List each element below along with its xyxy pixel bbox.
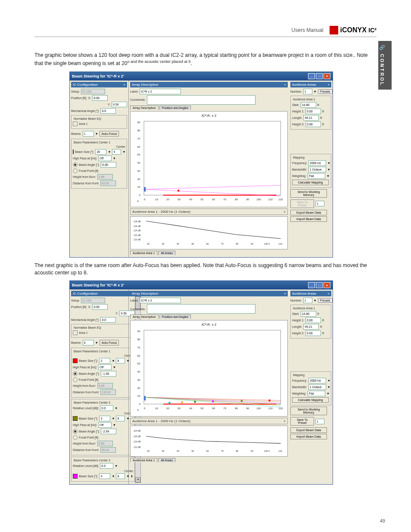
tab-position-angles[interactable]: Position and Angles (159, 314, 191, 319)
focalpoint-radio[interactable] (73, 168, 78, 173)
titlebar[interactable]: Beam Steering for 'IC²-R x 2' _ □ × (70, 72, 333, 81)
height2-input[interactable] (305, 121, 321, 127)
pane-close-icon[interactable]: × (123, 83, 125, 87)
close-icon[interactable]: × (324, 73, 330, 79)
window-title: Beam Steering for 'IC²-R x 2' (72, 283, 124, 287)
pos-x-input[interactable] (92, 95, 108, 101)
comments-textarea[interactable] (147, 304, 255, 314)
beamangle-input[interactable] (101, 371, 116, 376)
beamsize3-input[interactable] (99, 473, 110, 479)
pane-close-icon[interactable]: × (327, 292, 330, 296)
label-input[interactable] (140, 298, 181, 303)
setup-select[interactable] (81, 298, 105, 303)
height2-input[interactable] (305, 330, 321, 336)
pane-close-icon[interactable]: × (284, 83, 286, 87)
minimize-icon[interactable]: _ (308, 73, 315, 79)
import-beam-button[interactable]: Import Beam Data (290, 216, 327, 222)
start-input[interactable] (301, 311, 316, 317)
pos-y-input[interactable] (112, 102, 127, 107)
beamangle2-input[interactable] (101, 429, 116, 434)
presets-button[interactable]: Presets (318, 298, 333, 303)
preset-num-input[interactable] (315, 419, 324, 424)
start-input[interactable] (301, 102, 316, 108)
highpass-select[interactable] (98, 364, 112, 370)
rel-level-input[interactable] (100, 405, 113, 411)
beams-input[interactable] (83, 340, 94, 345)
number-input[interactable] (303, 89, 312, 94)
focalpoint2-radio[interactable] (73, 435, 78, 440)
area1-checkbox[interactable] (73, 121, 78, 126)
beams-input[interactable] (83, 131, 94, 137)
svg-text:70: 70 (137, 137, 140, 140)
export-beam-button[interactable]: Export Beam Data (290, 427, 327, 433)
mech-angle-input[interactable] (100, 108, 116, 114)
height1-input[interactable] (305, 317, 321, 323)
setup-select[interactable] (81, 89, 105, 94)
bandwidth-select[interactable] (308, 167, 326, 172)
titlebar[interactable]: Beam Steering for 'IC²-R x 2' _ □ × (70, 281, 333, 289)
length-input[interactable] (303, 115, 319, 121)
beam-color-swatch[interactable] (73, 358, 78, 363)
send-working-memory-button[interactable]: Send to Working Memory (290, 407, 327, 415)
length-input[interactable] (303, 324, 319, 330)
send-working-memory-button[interactable]: Send to Working Memory (290, 189, 327, 198)
rel-level3-input[interactable] (100, 463, 113, 469)
beamangle-input[interactable] (101, 162, 116, 168)
tab-array-description[interactable]: Array Description (130, 314, 159, 319)
tab-all-areas[interactable]: All Areas (158, 458, 175, 462)
calculate-mapping-button[interactable]: Calculate Mapping (292, 180, 329, 185)
export-beam-button[interactable]: Export Beam Data (290, 210, 327, 215)
autofocus-button[interactable]: Auto-Focus (100, 340, 119, 345)
minimize-icon[interactable]: _ (308, 282, 315, 288)
mech-angle-input[interactable] (100, 317, 116, 323)
center2-input[interactable] (116, 416, 125, 421)
tab-position-angles[interactable]: Position and Angles (159, 106, 191, 110)
autofocus-button[interactable]: Auto-Focus (100, 131, 119, 137)
close-icon[interactable]: × (324, 282, 330, 288)
beam-color-swatch[interactable] (73, 149, 74, 154)
tab-all-areas[interactable]: All Areas (158, 251, 175, 255)
maximize-icon[interactable]: □ (316, 73, 323, 79)
beamsize2-input[interactable] (99, 416, 110, 421)
area1-checkbox[interactable] (73, 330, 78, 335)
bandwidth-select[interactable] (308, 384, 326, 390)
save-preset-button[interactable]: Save To Preset (290, 417, 314, 426)
svg-text:100 ft: 100 ft (264, 450, 270, 452)
label-input[interactable] (140, 89, 181, 94)
preset-num-input[interactable] (315, 201, 324, 206)
comments-textarea[interactable] (147, 95, 255, 105)
freq-select[interactable] (308, 160, 326, 166)
maximize-icon[interactable]: □ (316, 282, 323, 288)
highpass2-select[interactable] (98, 422, 112, 428)
weighting-select[interactable] (308, 173, 325, 179)
pane-close-icon[interactable]: × (283, 210, 286, 214)
svg-text:40: 40 (189, 407, 192, 410)
center-input[interactable] (116, 358, 125, 364)
beamangle-radio[interactable] (73, 371, 78, 376)
tab-audience-area-1[interactable]: Audience Area 1 (130, 458, 157, 462)
pane-close-icon[interactable]: × (284, 292, 286, 296)
beam-color-swatch[interactable] (73, 416, 78, 421)
save-preset-button[interactable]: Save To Preset (290, 199, 314, 208)
pane-close-icon[interactable]: × (283, 419, 286, 423)
center3-input[interactable] (116, 473, 125, 479)
beamsize-input[interactable] (99, 358, 110, 364)
beam-color-swatch[interactable] (73, 474, 78, 479)
center-input[interactable] (112, 149, 121, 155)
import-beam-button[interactable]: Import Beam Data (290, 434, 327, 439)
tab-audience-area-1[interactable]: Audience Area 1 (130, 251, 157, 255)
weighting-select[interactable] (308, 391, 325, 396)
beamsize-input[interactable] (95, 149, 106, 155)
highpass-select[interactable] (98, 156, 112, 161)
presets-button[interactable]: Presets (318, 89, 333, 94)
height1-input[interactable] (305, 109, 321, 114)
calculate-mapping-button[interactable]: Calculate Mapping (292, 397, 329, 403)
number-input[interactable] (303, 298, 312, 303)
beamangle-radio[interactable] (73, 162, 78, 167)
pane-close-icon[interactable]: × (327, 83, 330, 87)
freq-select[interactable] (308, 378, 326, 383)
pos-x-input[interactable] (92, 304, 108, 310)
focalpoint-radio[interactable] (73, 377, 78, 382)
tab-array-description[interactable]: Array Description (130, 106, 159, 110)
beamangle2-radio[interactable] (73, 429, 78, 434)
